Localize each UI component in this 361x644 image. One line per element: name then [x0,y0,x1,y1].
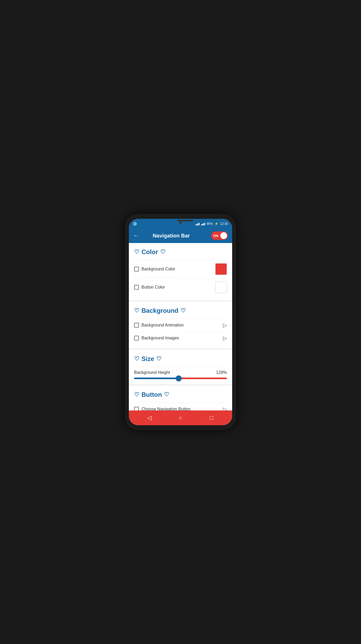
background-height-value: 128% [216,370,227,375]
button-color-checkbox[interactable] [134,285,139,290]
size-section-title: ♡ Size ♡ [134,355,227,363]
toggle-knob [220,232,227,239]
heart-icon-right-bg: ♡ [180,307,186,314]
background-animation-checkbox[interactable] [134,323,139,328]
background-section-title: ♡ Background ♡ [134,307,227,314]
size-title-text: Size [142,355,154,363]
background-animation-arrow: ▷ [223,322,227,328]
background-animation-label: Background Animation [142,323,184,328]
heart-icon-left-size: ♡ [134,355,139,362]
battery-icon: ⚡ [214,222,218,226]
background-color-label: Background Color [142,267,175,271]
back-button[interactable]: ← [133,232,139,239]
choose-navigation-button-checkbox[interactable] [134,407,139,410]
background-color-checkbox[interactable] [134,267,139,271]
phone-screen: 95% ⚡ 12:30 ← Navigation Bar ON ♡ Co [129,219,232,425]
heart-icon-right-color: ♡ [160,249,165,255]
choose-navigation-button-label: Choose Navigation Button [142,407,191,410]
nav-back-button[interactable]: ◁ [144,413,155,423]
background-images-arrow: ▷ [223,335,227,341]
speaker [177,220,193,221]
nav-recents-button[interactable]: □ [206,413,217,423]
heart-icon-right-size: ♡ [156,355,162,362]
heart-icon-right-btn: ♡ [164,391,169,398]
time: 12:30 [220,222,228,226]
button-color-row[interactable]: Button Color [134,278,227,296]
button-section-title: ♡ Button ♡ [134,391,227,398]
choose-navigation-button-arrow: ▷ [223,406,227,410]
choose-navigation-button-row[interactable]: Choose Navigation Button ▷ [134,403,227,410]
nav-home-button[interactable]: ○ [175,413,186,423]
status-indicator [133,222,137,226]
background-title-text: Background [142,307,178,314]
button-color-swatch[interactable] [215,281,227,293]
status-left [133,222,137,226]
color-section: ♡ Color ♡ Background Color Button Color [129,243,232,301]
background-color-swatch[interactable] [215,263,227,275]
app-bar: ← Navigation Bar ON [129,228,232,243]
background-color-left: Background Color [134,267,175,271]
background-animation-row[interactable]: Background Animation ▷ [134,319,227,331]
toggle-label: ON [213,234,218,238]
content-area: ♡ Color ♡ Background Color Button Color [129,243,232,410]
heart-icon-left-bg: ♡ [134,307,139,314]
button-color-label: Button Color [142,285,165,290]
button-title-text: Button [142,391,162,398]
signal-icon [196,222,199,225]
background-color-row[interactable]: Background Color [134,260,227,278]
on-off-toggle[interactable]: ON [211,231,228,240]
battery-percent: 95% [207,222,213,226]
status-right: 95% ⚡ 12:30 [196,222,228,226]
heart-icon-left-color: ♡ [134,249,139,255]
background-images-checkbox[interactable] [134,336,139,340]
signal-icon-2 [201,222,205,225]
color-section-title: ♡ Color ♡ [134,248,227,256]
background-images-left: Background Images [134,336,179,340]
choose-navigation-button-left: Choose Navigation Button [134,407,191,410]
height-slider-thumb[interactable] [176,375,182,381]
app-title: Navigation Bar [142,233,201,239]
button-color-left: Button Color [134,285,165,290]
background-height-label: Background Height [134,370,170,375]
size-section: ♡ Size ♡ Background Height 128% [129,350,232,385]
background-animation-left: Background Animation [134,323,184,328]
height-slider-fill [134,378,179,379]
background-section: ♡ Background ♡ Background Animation ▷ Ba… [129,302,232,349]
background-height-row: Background Height 128% [134,367,227,375]
background-images-label: Background Images [142,336,179,340]
camera [179,221,182,224]
button-section: ♡ Button ♡ Choose Navigation Button ▷ [129,386,232,410]
toggle-container: ON [211,231,228,240]
phone-frame: 95% ⚡ 12:30 ← Navigation Bar ON ♡ Co [125,214,236,430]
heart-icon-left-btn: ♡ [134,391,139,398]
color-title-text: Color [142,248,158,256]
bottom-navigation: ◁ ○ □ [129,410,232,425]
background-images-row[interactable]: Background Images ▷ [134,331,227,344]
height-slider-track[interactable] [134,378,227,379]
